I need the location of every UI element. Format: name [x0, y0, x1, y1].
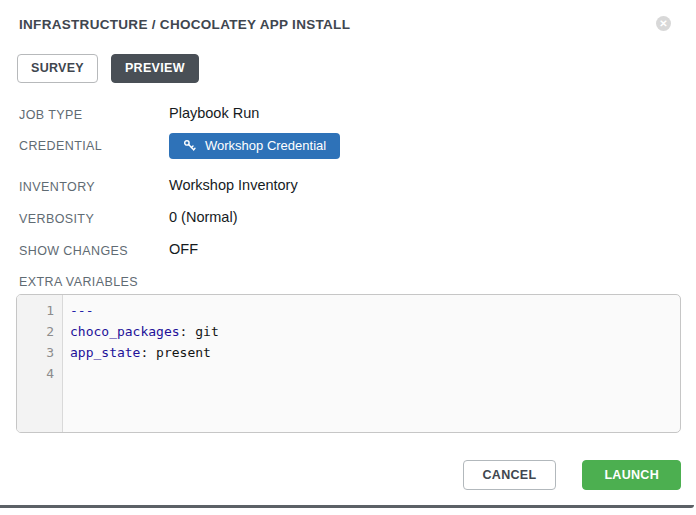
modal-bottom-edge: [0, 505, 694, 508]
code-line: [70, 363, 219, 384]
code-line: ---: [70, 300, 219, 321]
yaml-value: : present: [140, 345, 210, 360]
tab-preview[interactable]: PREVIEW: [111, 54, 199, 83]
modal-title: INFRASTRUCTURE / CHOCOLATEY APP INSTALL: [16, 14, 350, 32]
credential-badge-label: Workshop Credential: [205, 138, 326, 153]
field-label: JOB TYPE: [19, 107, 169, 122]
launch-button[interactable]: LAUNCH: [582, 460, 681, 491]
yaml-key: choco_packages: [70, 324, 180, 339]
code-line: choco_packages: git: [70, 321, 219, 342]
close-icon[interactable]: ✕: [656, 16, 671, 31]
field-label: CREDENTIAL: [19, 138, 169, 153]
credential-badge[interactable]: Workshop Credential: [169, 133, 340, 159]
modal-header: INFRASTRUCTURE / CHOCOLATEY APP INSTALL …: [16, 14, 681, 32]
line-number: 3: [17, 342, 62, 363]
field-value: Workshop Inventory: [169, 177, 298, 193]
key-icon: [183, 139, 196, 152]
field-value: 0 (Normal): [169, 209, 237, 225]
line-number: 1: [17, 300, 62, 321]
field-inventory: INVENTORY Workshop Inventory: [19, 179, 681, 211]
field-show-changes: SHOW CHANGES OFF: [19, 243, 681, 275]
field-verbosity: VERBOSITY 0 (Normal): [19, 211, 681, 243]
field-label: VERBOSITY: [19, 211, 169, 226]
line-number: 4: [17, 363, 62, 384]
code-line: app_state: present: [70, 342, 219, 363]
cancel-button[interactable]: CANCEL: [463, 460, 557, 491]
field-job-type: JOB TYPE Playbook Run: [19, 107, 681, 138]
yaml-value: : git: [180, 324, 219, 339]
yaml-key: app_state: [70, 345, 140, 360]
line-number: 2: [17, 321, 62, 342]
field-credential: CREDENTIAL Workshop Credenti: [19, 138, 681, 179]
editor-code-area: --- choco_packages: git app_state: prese…: [63, 295, 219, 432]
editor-line-number-gutter: 1 2 3 4: [17, 295, 63, 432]
modal-footer: CANCEL LAUNCH: [16, 460, 681, 491]
tab-bar: SURVEY PREVIEW: [16, 54, 681, 83]
extra-variables-editor[interactable]: 1 2 3 4 --- choco_packages: git app_stat…: [16, 294, 681, 433]
extra-variables-label: EXTRA VARIABLES: [16, 275, 681, 289]
field-value: Playbook Run: [169, 105, 259, 121]
field-label: SHOW CHANGES: [19, 243, 169, 258]
yaml-doc-marker: ---: [70, 303, 93, 318]
field-value: OFF: [169, 241, 198, 257]
job-launch-preview-modal: INFRASTRUCTURE / CHOCOLATEY APP INSTALL …: [0, 0, 696, 515]
tab-survey[interactable]: SURVEY: [17, 54, 98, 83]
job-details: JOB TYPE Playbook Run CREDENTIAL: [16, 107, 681, 275]
field-label: INVENTORY: [19, 179, 169, 194]
